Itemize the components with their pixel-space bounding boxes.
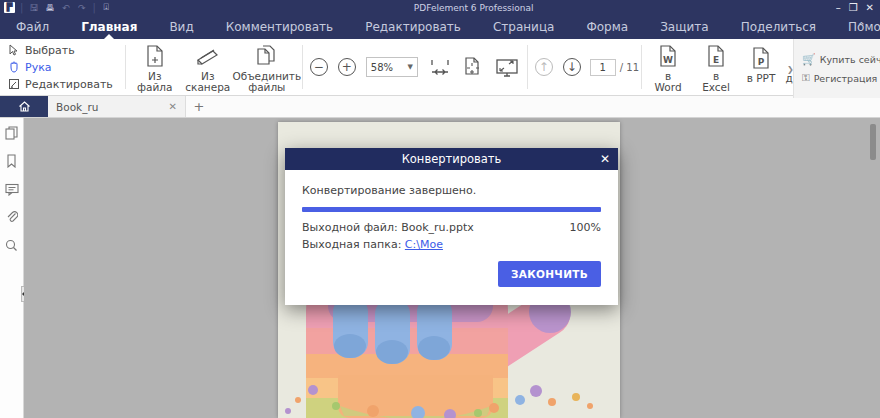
titlebar: ▛ | 🖫 🖶 ↶ ↷ | ⍗ PDFelement 6 Professiona… [0,0,880,15]
next-page-button[interactable]: ↓ [563,58,581,76]
new-tab-button[interactable]: + [186,96,212,117]
buy-now-button[interactable]: 🛒 Купить сейчас [802,53,880,66]
create-from-file-label: Из файла [134,71,176,93]
previous-page-button[interactable]: ↑ [535,58,553,76]
output-file-text: Выходной файл: Book_ru.pptx [302,221,474,234]
output-folder-label: Выходная папка: [302,238,405,251]
select-tool-button[interactable]: Выбрать [8,42,113,58]
vertical-scrollbar[interactable] [868,118,878,418]
page-plus-icon [144,44,166,68]
minimize-button[interactable]: – [836,2,841,13]
close-button[interactable]: ✕ [866,2,874,13]
main-area: Конвертировать ✕ Конвертирование заверше… [0,118,880,418]
buy-now-label: Купить сейчас [820,54,880,65]
menu-tab-protect[interactable]: Защита [644,15,725,39]
convert-to-ppt-button[interactable]: P в PPT [740,41,782,93]
menu-tab-home[interactable]: Главная [65,15,153,39]
convert-dialog-titlebar: Конвертировать ✕ [285,148,618,170]
register-label: Регистрация [814,73,878,84]
pointer-tools-group: Выбрать Рука Редактировать [8,41,123,93]
zoom-level-select[interactable]: 58% ▼ [366,57,418,77]
divider [125,45,126,89]
ppt-file-icon: P [751,44,771,70]
scanner-icon [195,44,221,68]
document-workspace[interactable]: Конвертировать ✕ Конвертирование заверше… [24,118,880,418]
menu-tab-file[interactable]: Файл [0,15,65,39]
convert-dialog-title: Конвертировать [402,152,502,166]
svg-text:E: E [713,55,719,65]
collapse-ribbon-icon[interactable]: ⌃ [857,20,866,33]
hand-tool-label: Рука [25,61,52,74]
chevron-down-icon: ▼ [407,63,412,71]
register-button[interactable]: ⚿ Регистрация [802,72,880,84]
create-from-file-button[interactable]: Из файла [128,41,182,93]
customize-toolbar-icon[interactable]: ⍗ [101,2,112,13]
page-number-input[interactable]: 1 [590,59,616,76]
attachments-panel-icon[interactable] [5,210,19,224]
cart-icon: 🛒 [802,53,816,66]
separator: | [20,2,23,13]
conversion-progress-bar [302,207,601,212]
hand-icon [8,61,20,73]
search-panel-icon[interactable] [5,238,19,252]
create-from-scanner-button[interactable]: Из сканера [182,41,234,93]
comments-panel-icon[interactable] [5,182,19,196]
dialog-close-icon[interactable]: ✕ [600,148,610,170]
edit-tool-label: Редактировать [25,78,113,91]
menu-tab-view[interactable]: Вид [153,15,209,39]
convert-to-ppt-label: в PPT [747,73,776,84]
redo-icon[interactable]: ↷ [76,2,87,13]
excel-file-icon: E [706,44,726,68]
edit-pencil-icon [8,78,20,90]
menu-tab-share[interactable]: Поделиться [725,15,832,39]
zoom-level-value: 58% [371,62,393,73]
save-icon[interactable]: 🖫 [28,2,39,13]
zoom-in-button[interactable]: + [338,58,356,76]
hand-tool-button[interactable]: Рука [8,59,113,75]
presentation-mode-icon[interactable] [495,56,519,78]
divider [641,45,642,89]
combine-files-button[interactable]: Объединить файлы [234,41,300,93]
zoom-group: − + 58% ▼ [305,41,525,93]
output-folder-link[interactable]: C:\Мое [405,238,443,251]
app-logo-icon: ▛ [4,2,15,13]
window-title: PDFelement 6 Professional [112,3,836,13]
menu-tab-edit[interactable]: Редактировать [349,15,477,39]
combine-files-label: Объединить файлы [232,71,301,93]
svg-text:W: W [663,55,673,65]
left-sidebar [0,118,24,418]
scrollbar-thumb[interactable] [870,124,876,160]
promo-expand-icon[interactable]: ❯ [787,65,794,74]
document-tab[interactable]: Book_ru ✕ [48,96,186,117]
fit-width-icon[interactable] [429,57,451,77]
home-tab-button[interactable] [0,96,48,117]
fit-page-icon[interactable] [463,56,483,78]
bookmarks-panel-icon[interactable] [5,154,19,168]
undo-icon[interactable]: ↶ [60,2,71,13]
restore-button[interactable]: ❐ [849,2,858,13]
menubar: Файл Главная Вид Комментировать Редактир… [0,15,880,39]
menu-tab-comment[interactable]: Комментировать [210,15,349,39]
menu-tab-form[interactable]: Форма [570,15,644,39]
convert-to-excel-label: в Excel [698,71,734,93]
convert-dialog-body: Конвертирование завершено. Выходной файл… [285,170,618,305]
edit-tool-button[interactable]: Редактировать [8,76,113,92]
document-tabbar: Book_ru ✕ + [0,96,880,118]
menu-tab-page[interactable]: Страница [477,15,571,39]
app-window: ▛ | 🖫 🖶 ↶ ↷ | ⍗ PDFelement 6 Professiona… [0,0,880,418]
close-tab-icon[interactable]: ✕ [169,101,177,112]
thumbnails-panel-icon[interactable] [5,126,19,140]
progress-percent: 100% [570,221,601,234]
word-file-icon: W [658,44,678,68]
zoom-out-button[interactable]: − [310,58,328,76]
print-icon[interactable]: 🖶 [44,2,55,13]
key-icon: ⚿ [802,72,810,84]
page-nav-group: ↑ ↓ 1 / 11 [530,41,639,93]
svg-text:P: P [758,57,765,67]
finish-button[interactable]: ЗАКОНЧИТЬ [498,261,601,287]
convert-to-excel-button[interactable]: E в Excel [692,41,740,93]
divider [527,45,528,89]
convert-dialog: Конвертировать ✕ Конвертирование заверше… [285,148,618,305]
convert-to-word-button[interactable]: W в Word [644,41,692,93]
divider [302,45,303,89]
